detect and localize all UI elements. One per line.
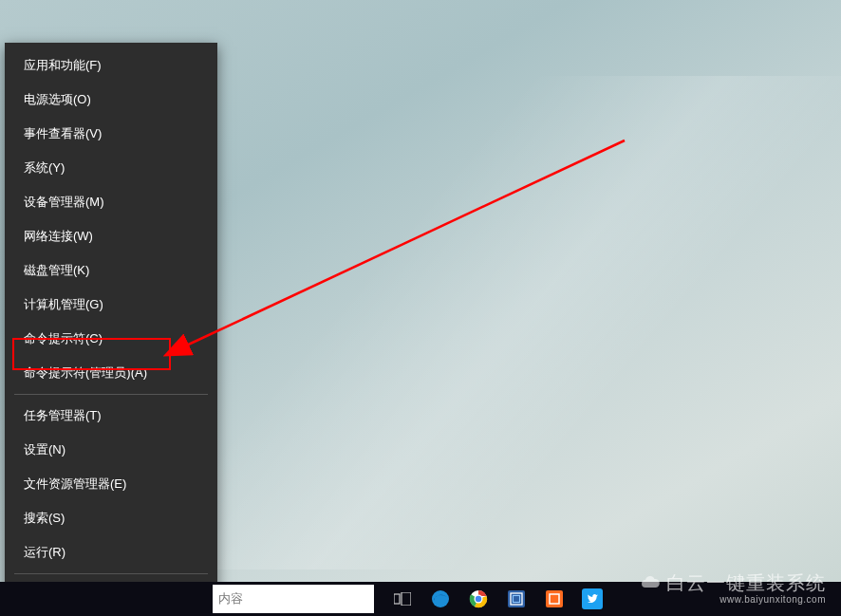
menu-computer-management[interactable]: 计算机管理(G)	[5, 288, 217, 322]
taskbar-spacer	[0, 582, 213, 616]
twitter-icon[interactable]	[581, 588, 604, 610]
svg-point-7	[476, 596, 481, 602]
desktop-background-shine	[209, 76, 841, 569]
task-view-icon[interactable]	[391, 588, 414, 610]
menu-device-manager[interactable]: 设备管理器(M)	[5, 185, 217, 219]
menu-file-explorer[interactable]: 文件资源管理器(E)	[5, 467, 217, 501]
menu-separator-1	[14, 394, 208, 395]
menu-run[interactable]: 运行(R)	[5, 535, 217, 569]
svg-rect-2	[394, 594, 400, 604]
menu-task-manager[interactable]: 任务管理器(T)	[5, 399, 217, 433]
edge-icon[interactable]	[429, 588, 452, 610]
menu-command-prompt-admin[interactable]: 命令提示符(管理员)(A)	[5, 356, 217, 390]
taskbar-app-icons	[391, 582, 604, 616]
menu-apps-features[interactable]: 应用和功能(F)	[5, 48, 217, 83]
chrome-icon[interactable]	[467, 588, 490, 610]
search-placeholder-text: 内容	[218, 590, 243, 607]
menu-disk-management[interactable]: 磁盘管理(K)	[5, 253, 217, 288]
app-orange-icon[interactable]	[543, 588, 566, 610]
taskbar-search-input[interactable]: 内容	[213, 585, 374, 613]
menu-search[interactable]: 搜索(S)	[5, 501, 217, 535]
winx-context-menu: 应用和功能(F) 电源选项(O) 事件查看器(V) 系统(Y) 设备管理器(M)…	[5, 43, 217, 616]
svg-rect-11	[546, 590, 563, 607]
menu-network-connections[interactable]: 网络连接(W)	[5, 219, 217, 253]
menu-event-viewer[interactable]: 事件查看器(V)	[5, 117, 217, 151]
svg-point-4	[432, 590, 449, 607]
menu-separator-2	[14, 573, 208, 574]
vmware-icon[interactable]	[505, 588, 528, 610]
menu-system[interactable]: 系统(Y)	[5, 151, 217, 185]
svg-rect-3	[402, 592, 411, 606]
menu-settings[interactable]: 设置(N)	[5, 433, 217, 467]
menu-command-prompt[interactable]: 命令提示符(C)	[5, 322, 217, 356]
svg-line-1	[182, 140, 625, 347]
menu-power-options[interactable]: 电源选项(O)	[5, 83, 217, 117]
